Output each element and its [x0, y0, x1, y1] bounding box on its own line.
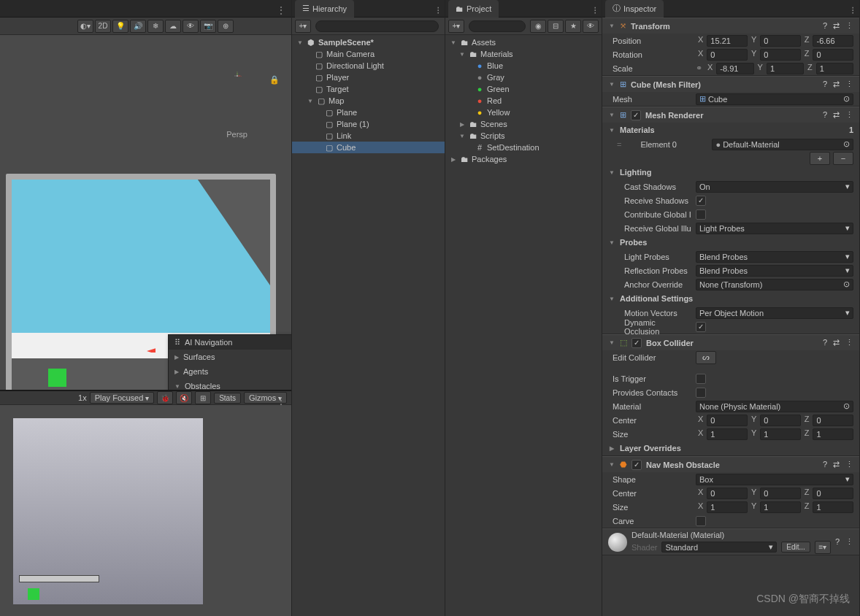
material-item[interactable]: ●Yellow: [445, 107, 602, 118]
link-icon[interactable]: ⚭: [696, 63, 702, 73]
help-icon[interactable]: ?: [823, 21, 827, 31]
hierarchy-item[interactable]: ▢Main Camera: [292, 48, 445, 60]
bug-icon[interactable]: 🐞: [157, 391, 173, 404]
pos-z[interactable]: -6.66: [813, 35, 853, 47]
favorite-icon[interactable]: ★: [565, 20, 581, 33]
physic-material-field[interactable]: None (Physic Material)⊙: [696, 401, 853, 412]
picker-icon[interactable]: ⊙: [843, 280, 850, 289]
renderer-enable[interactable]: ✓: [631, 110, 641, 120]
navmesh-header[interactable]: ▼⬣✓Nav Mesh Obstacle?⇄⋮: [602, 456, 859, 472]
material-menu-icon[interactable]: ≡▾: [815, 541, 831, 554]
camera-icon[interactable]: 📷: [200, 20, 216, 33]
light-icon[interactable]: 💡: [112, 20, 128, 33]
create-button[interactable]: +▾: [448, 20, 464, 33]
audio-icon[interactable]: 🔊: [130, 20, 146, 33]
hierarchy-item[interactable]: ▢Plane (1): [292, 118, 445, 130]
hierarchy-map[interactable]: ▼▢Map: [292, 95, 445, 107]
selected-cube-gizmo[interactable]: [48, 369, 66, 387]
edit-collider-button[interactable]: ᔕ: [696, 351, 716, 364]
material-header[interactable]: Default-Material (Material) Shader Stand…: [602, 528, 859, 555]
surfaces-item[interactable]: ▶Surfaces: [169, 350, 291, 364]
renderer-header[interactable]: ▼⊞✓Mesh Renderer?⇄⋮: [602, 107, 859, 123]
menu-icon[interactable]: ⋮: [845, 21, 853, 31]
pos-y[interactable]: 0: [760, 35, 801, 47]
2d-button[interactable]: 2D: [95, 20, 111, 33]
scl-x[interactable]: -8.91: [716, 63, 753, 74]
box-enable[interactable]: ✓: [631, 338, 642, 348]
agents-item[interactable]: ▶Agents: [169, 364, 291, 379]
hidden-icon[interactable]: 👁: [583, 20, 599, 33]
assets-folder[interactable]: ▼🖿Assets: [445, 36, 602, 48]
layer-overrides-foldout[interactable]: ▶Layer Overrides: [602, 441, 859, 455]
probes-foldout[interactable]: ▼Probes: [602, 235, 859, 250]
gizmo-icon[interactable]: ⊕: [218, 20, 234, 33]
picker-icon[interactable]: ⊙: [843, 401, 850, 411]
picker-icon[interactable]: ⊙: [843, 94, 850, 104]
contacts-check[interactable]: [696, 388, 706, 398]
hierarchy-item[interactable]: ▢Link: [292, 130, 445, 142]
refl-probes-dropdown[interactable]: Blend Probes▾: [696, 265, 853, 277]
motion-dropdown[interactable]: Per Object Motion▾: [696, 307, 853, 319]
game-view[interactable]: [13, 418, 203, 604]
project-search[interactable]: [469, 20, 526, 32]
material-item[interactable]: ●Red: [445, 95, 602, 107]
material-item[interactable]: ●Gray: [445, 72, 602, 83]
remove-button[interactable]: −: [833, 152, 853, 165]
rot-z[interactable]: 0: [813, 49, 853, 61]
play-focused-dropdown[interactable]: Play Focused ▾: [90, 392, 154, 404]
materials-folder[interactable]: ▼🖿Materials: [445, 48, 602, 60]
dynocc-check[interactable]: ✓: [696, 322, 706, 332]
rot-y[interactable]: 0: [760, 49, 801, 61]
preset-icon[interactable]: ⇄: [833, 21, 840, 31]
scene-viewport[interactable]: yx Persp 🔒 ⠿AI Navigation ▶Surfaces ▶Age…: [0, 35, 291, 390]
hierarchy-search[interactable]: [315, 20, 439, 32]
game-more-icon[interactable]: ⋮: [276, 395, 287, 407]
carve-check[interactable]: [696, 516, 706, 526]
scl-z[interactable]: 1: [816, 63, 853, 74]
shading-mode-button[interactable]: ◐▾: [77, 20, 93, 33]
hierarchy-item[interactable]: ▢Plane: [292, 107, 445, 118]
lock-icon[interactable]: 🔒: [269, 75, 280, 85]
picker-icon[interactable]: ⊙: [843, 139, 850, 149]
mute-icon[interactable]: 🔇: [176, 391, 192, 404]
packages-folder[interactable]: ▶🖿Packages: [445, 153, 602, 165]
transform-header[interactable]: ▼⤧Transform?⇄⋮: [602, 18, 859, 34]
tab-hierarchy[interactable]: ☰Hierarchy: [295, 0, 354, 18]
overlay-title[interactable]: ⠿AI Navigation: [169, 335, 291, 350]
scripts-folder[interactable]: ▼🖿Scripts: [445, 130, 602, 142]
hidden-icon[interactable]: ☁: [165, 20, 181, 33]
nav-enable[interactable]: ✓: [631, 460, 642, 470]
light-probes-dropdown[interactable]: Blend Probes▾: [696, 251, 853, 263]
material-count[interactable]: 1: [849, 126, 853, 134]
element0-field[interactable]: ● Default-Material⊙: [712, 139, 853, 150]
visibility-icon[interactable]: 👁: [183, 20, 199, 33]
edit-button[interactable]: Edit...: [781, 542, 810, 553]
hierarchy-item[interactable]: ▢Target: [292, 83, 445, 95]
lighting-foldout[interactable]: ▼Lighting: [602, 165, 859, 180]
fx-icon[interactable]: ❄: [147, 20, 164, 33]
contribute-gi-check[interactable]: [696, 209, 706, 220]
stats-button[interactable]: Stats: [214, 393, 241, 404]
material-item[interactable]: ●Blue: [445, 60, 602, 72]
script-item[interactable]: #SetDestination: [445, 142, 602, 153]
scene-node[interactable]: ▼⬢SampleScene*: [292, 36, 445, 48]
hierarchy-item[interactable]: ▢Player: [292, 72, 445, 83]
material-item[interactable]: ●Green: [445, 83, 602, 95]
materials-foldout[interactable]: ▼Materials1: [602, 123, 859, 137]
filter-icon[interactable]: ◉: [530, 20, 546, 33]
hierarchy-item-selected[interactable]: ▢Cube: [292, 142, 445, 153]
pos-x[interactable]: 15.21: [707, 35, 748, 47]
boxcollider-header[interactable]: ▼⬚✓Box Collider?⇄⋮: [602, 334, 859, 350]
hierarchy-item[interactable]: ▢Directional Light: [292, 60, 445, 72]
tab-inspector[interactable]: ⓘInspector: [605, 0, 664, 18]
trigger-check[interactable]: [696, 374, 706, 384]
cast-shadows-dropdown[interactable]: On▾: [696, 181, 853, 193]
shape-dropdown[interactable]: Box▾: [696, 474, 853, 485]
anchor-field[interactable]: None (Transform)⊙: [696, 279, 853, 290]
filter-icon[interactable]: ⊟: [548, 20, 564, 33]
tab-project[interactable]: 🖿Project: [448, 0, 499, 18]
tab-more-icon[interactable]: ⋮: [276, 4, 287, 16]
grid-icon[interactable]: ⊞: [195, 391, 211, 404]
additional-foldout[interactable]: ▼Additional Settings: [602, 291, 859, 306]
meshfilter-header[interactable]: ▼⊞Cube (Mesh Filter)?⇄⋮: [602, 76, 859, 92]
